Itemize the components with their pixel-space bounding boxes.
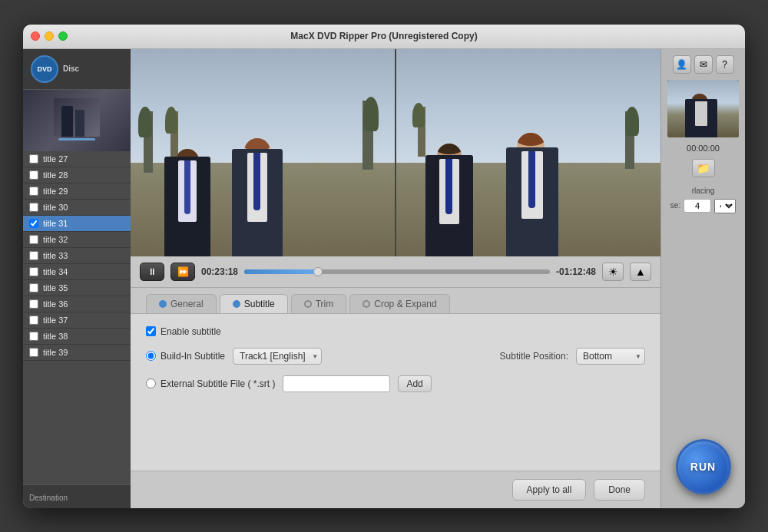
title-36-label: title 36	[43, 299, 68, 309]
title-37-label: title 37	[43, 316, 68, 325]
title-27-checkbox[interactable]	[29, 154, 38, 164]
enable-subtitle-checkbox[interactable]	[146, 326, 156, 336]
deinterlace-input[interactable]	[684, 199, 711, 213]
title-item-35[interactable]: title 35	[23, 280, 131, 296]
help-icon-button[interactable]: ?	[716, 55, 734, 74]
title-list: title 27 title 28 title 29 title 30 titl…	[23, 151, 131, 484]
title-item-31[interactable]: title 31	[23, 216, 131, 232]
destination-bar: Destination	[23, 484, 131, 508]
folder-button[interactable]: 📁	[692, 159, 715, 177]
tab-crop-label: Crop & Expand	[374, 299, 436, 309]
contrast-button[interactable]: ▲	[630, 263, 651, 281]
external-subtitle-input[interactable]	[283, 375, 390, 392]
title-36-checkbox[interactable]	[29, 299, 38, 309]
tab-subtitle[interactable]: Subtitle	[220, 294, 288, 313]
tab-subtitle-label: Subtitle	[244, 299, 275, 309]
title-item-39[interactable]: title 39	[23, 345, 131, 361]
builtin-subtitle-radio[interactable]	[146, 351, 156, 361]
done-button[interactable]: Done	[594, 479, 645, 501]
forward-button[interactable]: ⏩	[170, 263, 195, 281]
brightness-button[interactable]: ☀	[602, 263, 624, 281]
title-31-label: title 31	[43, 219, 68, 228]
title-item-29[interactable]: title 29	[23, 183, 131, 200]
title-34-checkbox[interactable]	[29, 267, 38, 276]
title-item-38[interactable]: title 38	[23, 329, 131, 345]
tab-crop-expand[interactable]: Crop & Expand	[349, 294, 449, 313]
traffic-lights	[31, 31, 68, 41]
scene-left	[131, 49, 395, 256]
deinterlace-prefix: se:	[670, 201, 680, 210]
title-item-37[interactable]: title 37	[23, 312, 131, 329]
apply-to-all-button[interactable]: Apply to all	[512, 479, 587, 501]
video-preview-left	[131, 49, 396, 256]
title-30-checkbox[interactable]	[29, 203, 38, 212]
title-item-36[interactable]: title 36	[23, 296, 131, 312]
progress-fill	[244, 269, 318, 274]
center-panel: ⏸ ⏩ 00:23:18 -01:12:48 ☀ ▲	[131, 49, 660, 508]
deinterlace-row: se: 4 2 8	[670, 198, 736, 213]
dvd-logo-text: DVD	[37, 65, 51, 73]
close-button[interactable]	[31, 31, 40, 41]
title-32-label: title 32	[43, 235, 68, 244]
destination-label: Destination	[29, 494, 68, 502]
title-item-32[interactable]: title 32	[23, 232, 131, 248]
title-29-label: title 29	[43, 187, 68, 196]
right-thumbnail	[667, 80, 739, 137]
minimize-button[interactable]	[45, 31, 54, 41]
tab-trim[interactable]: Trim	[291, 294, 347, 313]
title-item-27[interactable]: title 27	[23, 151, 131, 167]
title-33-checkbox[interactable]	[29, 251, 38, 260]
deinterlace-select[interactable]: 4 2 8	[714, 199, 736, 213]
title-37-checkbox[interactable]	[29, 316, 38, 325]
position-select-wrap: Bottom Top Center	[576, 348, 645, 365]
title-38-checkbox[interactable]	[29, 332, 38, 341]
right-panel: 👤 ✉ ?	[660, 49, 745, 508]
title-item-33[interactable]: title 33	[23, 248, 131, 264]
tab-general[interactable]: General	[146, 294, 217, 313]
external-subtitle-text: External Subtitle File ( *.srt )	[161, 378, 275, 389]
thumb-overlay	[23, 90, 131, 151]
video-preview-right	[396, 49, 660, 256]
external-subtitle-label: External Subtitle File ( *.srt )	[146, 378, 275, 389]
title-39-label: title 39	[43, 348, 68, 357]
maximize-button[interactable]	[58, 31, 68, 41]
tab-panel: General Subtitle Trim Crop & Expand	[131, 288, 660, 508]
enable-subtitle-text: Enable subtitle	[161, 326, 221, 337]
track-select[interactable]: Track1 [English]	[233, 348, 322, 365]
external-subtitle-row: External Subtitle File ( *.srt ) Add	[146, 375, 645, 392]
title-28-checkbox[interactable]	[29, 170, 38, 180]
builtin-subtitle-label: Build-In Subtitle	[146, 351, 225, 362]
title-31-checkbox[interactable]	[29, 219, 38, 228]
video-area	[131, 49, 660, 256]
add-subtitle-button[interactable]: Add	[398, 375, 431, 392]
title-item-28[interactable]: title 28	[23, 167, 131, 183]
pause-button[interactable]: ⏸	[140, 263, 164, 281]
tab-general-indicator	[159, 300, 167, 308]
run-button[interactable]: RUN	[676, 439, 731, 494]
sidebar: DVD Disc	[23, 49, 131, 508]
external-subtitle-radio[interactable]	[146, 378, 156, 388]
mail-icon: ✉	[700, 59, 707, 70]
builtin-subtitle-text: Build-In Subtitle	[161, 351, 225, 362]
position-select[interactable]: Bottom Top Center	[576, 348, 645, 365]
scene-right	[396, 49, 660, 256]
title-29-checkbox[interactable]	[29, 187, 38, 196]
tab-general-label: General	[170, 299, 204, 309]
title-32-checkbox[interactable]	[29, 235, 38, 244]
title-35-label: title 35	[43, 283, 68, 292]
progress-handle[interactable]	[313, 267, 323, 276]
title-34-label: title 34	[43, 267, 68, 276]
user-icon-button[interactable]: 👤	[673, 55, 691, 74]
right-icons: 👤 ✉ ?	[673, 55, 734, 74]
track-select-wrap: Track1 [English]	[233, 348, 322, 365]
enable-subtitle-row: Enable subtitle	[146, 326, 645, 337]
title-39-checkbox[interactable]	[29, 348, 38, 357]
tab-trim-indicator	[304, 300, 312, 308]
title-item-30[interactable]: title 30	[23, 200, 131, 216]
mail-icon-button[interactable]: ✉	[694, 55, 713, 74]
tabs-bar: General Subtitle Trim Crop & Expand	[131, 288, 660, 314]
title-35-checkbox[interactable]	[29, 283, 38, 292]
title-item-34[interactable]: title 34	[23, 264, 131, 280]
progress-bar[interactable]	[244, 269, 550, 274]
title-27-label: title 27	[43, 154, 68, 164]
